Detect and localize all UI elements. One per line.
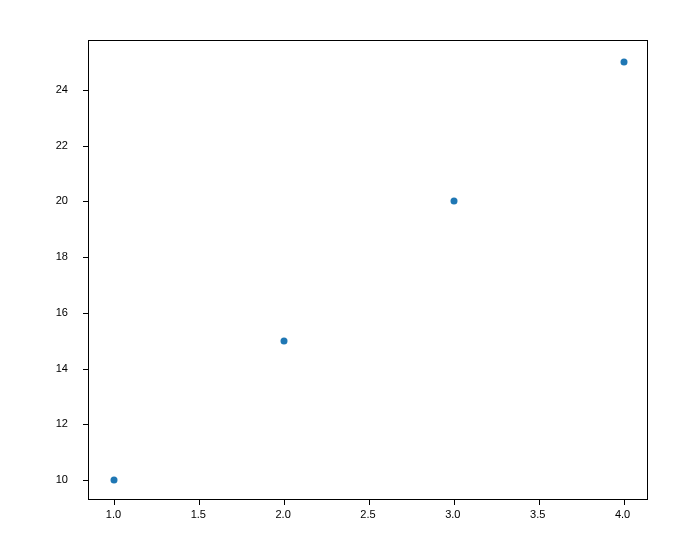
y-tick-label: 24 — [56, 83, 68, 95]
y-tick — [83, 369, 89, 370]
data-point — [620, 58, 627, 65]
y-tick — [83, 257, 89, 258]
y-tick-label: 18 — [56, 250, 68, 262]
plot-area — [88, 40, 648, 500]
y-tick-label: 10 — [56, 473, 68, 485]
x-tick-label: 3.0 — [445, 508, 460, 520]
y-tick-label: 12 — [56, 417, 68, 429]
y-tick — [83, 90, 89, 91]
y-tick — [83, 313, 89, 314]
x-tick-label: 1.0 — [106, 508, 121, 520]
y-tick-label: 14 — [56, 362, 68, 374]
y-tick-label: 16 — [56, 306, 68, 318]
y-tick — [83, 480, 89, 481]
y-tick — [83, 146, 89, 147]
y-tick — [83, 424, 89, 425]
y-tick — [83, 201, 89, 202]
x-tick-label: 4.0 — [615, 508, 630, 520]
y-tick-label: 20 — [56, 194, 68, 206]
x-tick-label: 3.5 — [530, 508, 545, 520]
x-tick-label: 2.5 — [360, 508, 375, 520]
y-tick-label: 22 — [56, 139, 68, 151]
data-point — [450, 198, 457, 205]
data-point — [281, 337, 288, 344]
y-axis-labels: 1012141618202224 — [0, 40, 78, 500]
data-point — [111, 477, 118, 484]
x-tick-label: 2.0 — [275, 508, 290, 520]
x-tick-label: 1.5 — [191, 508, 206, 520]
x-axis-labels: 1.01.52.02.53.03.54.0 — [88, 500, 648, 530]
